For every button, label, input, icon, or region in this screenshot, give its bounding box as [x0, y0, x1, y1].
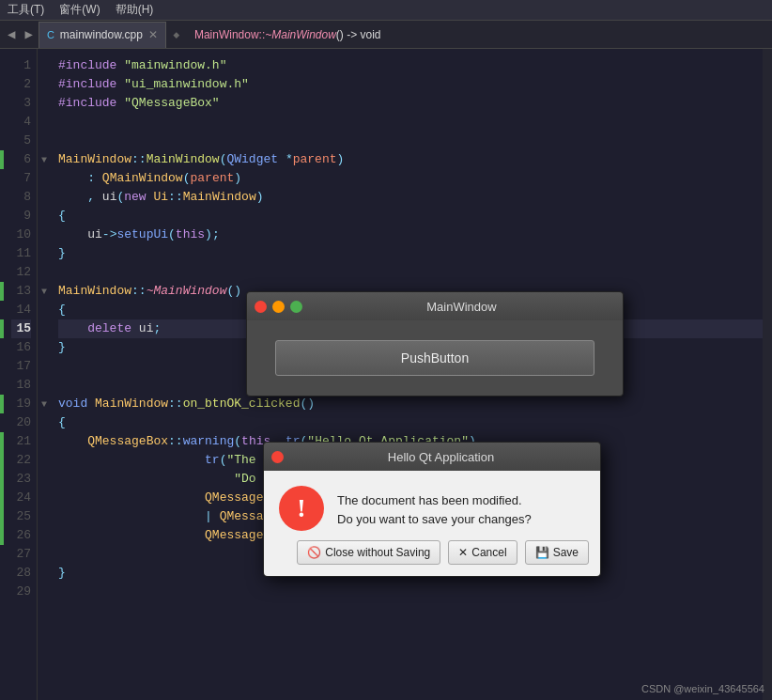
left-gutter — [0, 49, 4, 700]
code-line-8: , ui(new Ui::MainWindow) — [58, 188, 763, 207]
menu-bar: 工具(T) 窗件(W) 帮助(H) — [0, 0, 772, 21]
code-line-4 — [58, 113, 763, 132]
mainwindow-close-button[interactable] — [255, 301, 267, 313]
save-icon: 💾 — [535, 546, 549, 559]
code-line-5 — [58, 132, 763, 150]
fold-gutter: ▼ ▼ ▼ — [38, 49, 51, 700]
cpp-file-icon: C — [47, 29, 54, 40]
mainwindow-minimize-button[interactable] — [272, 301, 285, 313]
breadcrumb: MainWindow::~MainWindow() -> void — [187, 28, 389, 41]
code-line-29 — [58, 583, 763, 601]
code-line-19: void MainWindow::on_btnOK_clicked() — [58, 395, 763, 413]
qt-dialog-close-button[interactable] — [271, 451, 284, 463]
menu-item-tools[interactable]: 工具(T) — [8, 2, 44, 18]
cancel-icon: ✕ — [458, 546, 468, 559]
qt-dialog-message-line2: Do you want to save your changes? — [337, 510, 532, 529]
code-line-6: MainWindow::MainWindow(QWidget *parent) — [58, 150, 763, 169]
save-button[interactable]: 💾 Save — [525, 540, 589, 565]
code-line-9: { — [58, 207, 763, 226]
mainwindow-dialog-title: MainWindow — [308, 300, 615, 314]
cancel-label: Cancel — [471, 546, 506, 559]
code-line-7: : QMainWindow(parent) — [58, 169, 763, 188]
mainwindow-dialog-titlebar: MainWindow — [247, 292, 623, 320]
qt-application-dialog: Hello Qt Application ! The document has … — [263, 442, 601, 577]
close-without-saving-button[interactable]: 🚫 Close without Saving — [297, 540, 440, 565]
tab-mainwindow-cpp[interactable]: C mainwindow.cpp ✕ — [39, 22, 166, 48]
mainwindow-dialog-body: PushButton — [247, 320, 623, 396]
code-line-12 — [58, 263, 763, 282]
vertical-scrollbar[interactable] — [763, 49, 772, 700]
breadcrumb-text: MainWindow::~MainWindow() -> void — [194, 28, 381, 41]
code-line-20: { — [58, 413, 763, 432]
no-icon: 🚫 — [307, 546, 321, 559]
fold-arrow-6[interactable] — [38, 56, 51, 75]
menu-item-window[interactable]: 窗件(W) — [59, 2, 100, 18]
tab-label: mainwindow.cpp — [60, 28, 143, 41]
code-line-3: #include "QMessageBox" — [58, 94, 763, 113]
push-button[interactable]: PushButton — [275, 340, 594, 376]
qt-dialog-titlebar: Hello Qt Application — [264, 443, 600, 471]
warning-icon: ! — [279, 486, 324, 531]
qt-dialog-title: Hello Qt Application — [289, 450, 593, 464]
watermark: CSDN @weixin_43645564 — [641, 683, 764, 694]
tab-close-button[interactable]: ✕ — [148, 28, 158, 41]
qt-dialog-body: ! The document has been modified. Do you… — [264, 471, 600, 531]
save-label: Save — [553, 546, 579, 559]
nav-forward-button[interactable]: ▶ — [21, 26, 36, 42]
nav-back-button[interactable]: ◀ — [4, 26, 19, 42]
tab-bar: ◀ ▶ C mainwindow.cpp ✕ ⬥ MainWindow::~Ma… — [0, 21, 772, 49]
mainwindow-maximize-button[interactable] — [290, 301, 302, 313]
line-numbers: 1 2 3 4 5 6 7 8 9 10 11 12 13 14 15 16 1… — [4, 49, 38, 700]
code-line-11: } — [58, 244, 763, 263]
cancel-button[interactable]: ✕ Cancel — [448, 540, 517, 565]
qt-dialog-message: The document has been modified. Do you w… — [337, 486, 532, 528]
code-line-2: #include "ui_mainwindow.h" — [58, 75, 763, 94]
qt-dialog-buttons: 🚫 Close without Saving ✕ Cancel 💾 Save — [264, 531, 600, 576]
code-line-10: ui->setupUi(this); — [58, 226, 763, 244]
menu-item-help[interactable]: 帮助(H) — [116, 2, 154, 18]
tab-separator: ⬥ — [172, 26, 181, 43]
qt-dialog-message-line1: The document has been modified. — [337, 491, 532, 510]
close-without-saving-label: Close without Saving — [325, 546, 430, 559]
code-line-1: #include "mainwindow.h" — [58, 56, 763, 75]
mainwindow-dialog: MainWindow PushButton — [246, 291, 624, 397]
